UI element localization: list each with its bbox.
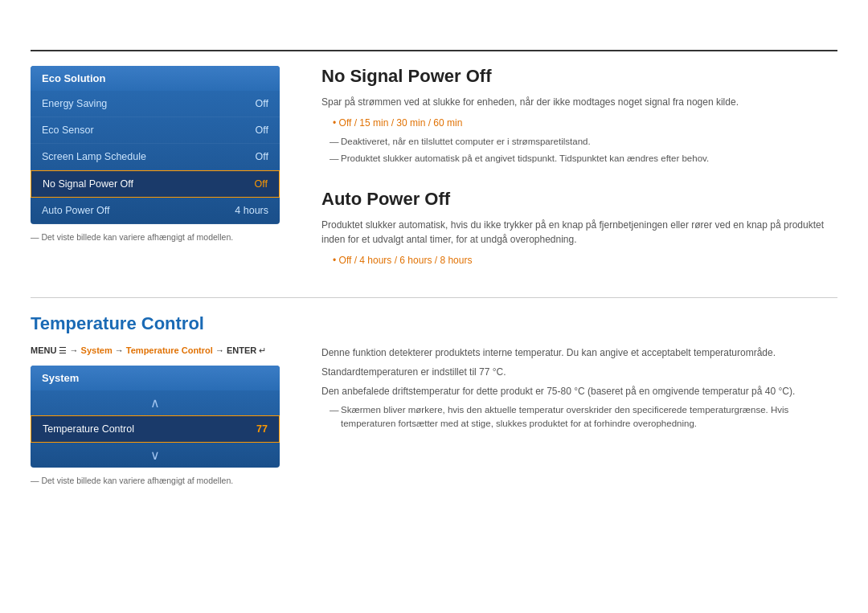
menu-nav-line: MENU ☰ → System → Temperature Control → … bbox=[31, 345, 280, 356]
auto-power-desc: Produktet slukker automatisk, hvis du ik… bbox=[321, 218, 837, 247]
eco-footnote: — Det viste billede kan variere afhængig… bbox=[31, 232, 280, 242]
menu-item-value: Off bbox=[256, 151, 268, 162]
system-menu-box: System ∧ Temperature Control 77 ∨ bbox=[31, 366, 280, 468]
menu-item-value: Off bbox=[256, 125, 268, 136]
temp-control-nav-label: Temperature Control bbox=[126, 345, 213, 355]
no-signal-desc: Spar på strømmen ved at slukke for enhed… bbox=[321, 95, 837, 109]
temp-control-item-value: 77 bbox=[256, 423, 268, 435]
eco-solution-menu: Eco Solution Energy Saving Off Eco Senso… bbox=[31, 66, 280, 224]
nav-arrow-2: → bbox=[115, 345, 126, 355]
menu-item-screen-lamp[interactable]: Screen Lamp Schedule Off bbox=[31, 144, 280, 170]
menu-item-eco-sensor[interactable]: Eco Sensor Off bbox=[31, 117, 280, 144]
menu-prefix: MENU bbox=[31, 345, 59, 355]
top-divider bbox=[31, 50, 837, 51]
menu-item-value: Off bbox=[256, 98, 268, 109]
temp-footnote: — Det viste billede kan variere afhængig… bbox=[31, 476, 280, 485]
up-arrow[interactable]: ∧ bbox=[31, 390, 280, 415]
menu-item-label: Eco Sensor bbox=[42, 125, 94, 136]
auto-power-bullet: Off / 4 hours / 6 hours / 8 hours bbox=[333, 253, 837, 268]
menu-item-value: 4 hours bbox=[235, 205, 268, 216]
menu-item-energy-saving[interactable]: Energy Saving Off bbox=[31, 91, 280, 117]
temp-note: Skærmen bliver mørkere, hvis den aktuell… bbox=[333, 403, 837, 431]
down-arrow[interactable]: ∨ bbox=[31, 443, 280, 468]
temp-control-item[interactable]: Temperature Control 77 bbox=[31, 415, 280, 443]
system-label: System bbox=[81, 345, 113, 355]
menu-item-value: Off bbox=[255, 178, 268, 190]
menu-item-no-signal[interactable]: No Signal Power Off Off bbox=[31, 170, 280, 198]
menu-item-label: No Signal Power Off bbox=[43, 178, 133, 190]
auto-power-title: Auto Power Off bbox=[321, 189, 837, 210]
temp-control-title: Temperature Control bbox=[31, 313, 280, 334]
temperature-control-panel: Temperature Control MENU ☰ → System → Te… bbox=[31, 313, 280, 485]
temp-desc-2: Standardtemperaturen er indstillet til 7… bbox=[321, 365, 837, 379]
nav-arrow-3: → bbox=[215, 345, 227, 355]
menu-icon: ☰ bbox=[59, 345, 67, 355]
no-signal-bullet: Off / 15 min / 30 min / 60 min bbox=[333, 116, 837, 130]
enter-label: ENTER bbox=[227, 345, 259, 355]
enter-icon: ↵ bbox=[259, 345, 266, 355]
no-signal-title: No Signal Power Off bbox=[321, 66, 837, 87]
right-bottom-panel: Denne funktion detekterer produktets int… bbox=[321, 345, 837, 435]
mid-divider bbox=[31, 297, 837, 298]
temp-desc-3: Den anbefalede driftstemperatur for dett… bbox=[321, 384, 837, 398]
nav-arrow-1: → bbox=[70, 345, 81, 355]
eco-solution-panel: Eco Solution Energy Saving Off Eco Senso… bbox=[31, 66, 280, 242]
temp-control-item-label: Temperature Control bbox=[43, 423, 134, 435]
menu-item-auto-power[interactable]: Auto Power Off 4 hours bbox=[31, 198, 280, 224]
menu-item-label: Energy Saving bbox=[42, 98, 107, 109]
menu-item-label: Auto Power Off bbox=[42, 205, 110, 216]
no-signal-note-2: Produktet slukker automatisk på et angiv… bbox=[333, 152, 837, 166]
temp-desc-1: Denne funktion detekterer produktets int… bbox=[321, 345, 837, 360]
right-top-panel: No Signal Power Off Spar på strømmen ved… bbox=[321, 66, 837, 272]
system-header: System bbox=[31, 366, 280, 390]
eco-solution-header: Eco Solution bbox=[31, 66, 280, 91]
menu-item-label: Screen Lamp Schedule bbox=[42, 151, 146, 162]
no-signal-note-1: Deaktiveret, når en tilsluttet computer … bbox=[333, 135, 837, 149]
